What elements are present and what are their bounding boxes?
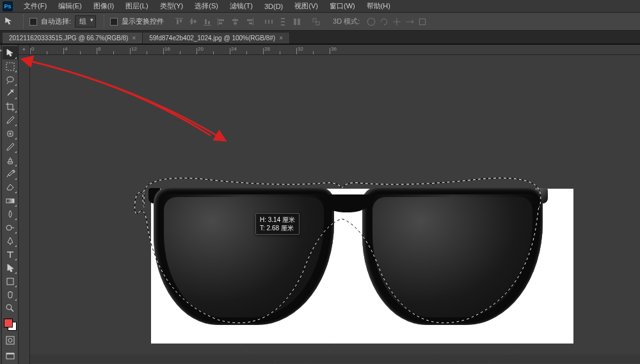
history-brush-tool[interactable] [3,167,18,180]
dodge-tool[interactable] [3,221,18,234]
pen-tool[interactable] [3,234,18,248]
svg-point-35 [6,305,12,310]
svg-rect-23 [281,24,285,26]
foreground-color-swatch[interactable] [4,319,13,328]
ps-logo-icon: Ps [3,1,13,12]
eyedropper-tool[interactable] [3,113,18,127]
svg-rect-36 [6,336,14,344]
tooltip-line: T: 2.68 厘米 [260,224,295,232]
menu-window[interactable]: 窗口(W) [324,1,361,11]
ruler-horizontal[interactable]: 04812162024283236 [30,45,640,55]
menu-image[interactable]: 图像(I) [88,1,120,11]
document-tab-bar: 201211620333515.JPG @ 66.7%(RGB/8) × 59f… [0,31,640,45]
svg-rect-13 [232,19,238,21]
healing-brush-tool[interactable] [3,127,18,140]
svg-rect-20 [271,20,273,24]
shape-tool[interactable] [3,274,18,288]
distribute-spacing-icon[interactable] [291,15,303,28]
lasso-tool[interactable] [3,73,18,86]
menu-3d[interactable]: 3D(D) [259,3,289,10]
svg-point-28 [368,18,375,25]
app-menubar: Ps 文件(F) 编辑(E) 图像(I) 图层(L) 类型(Y) 选择(S) 滤… [0,0,640,13]
distribute-h-icon[interactable] [262,15,275,28]
tab-label: 201211620333515.JPG @ 66.7%(RGB/8) [9,35,128,42]
d3-scale-icon[interactable] [417,17,428,27]
tab-label: 59fd874e2b402_1024.jpg @ 100%(RGB/8#) [149,35,275,42]
svg-point-33 [6,225,12,230]
horizontal-scrollbar[interactable] [30,354,640,363]
svg-rect-17 [249,22,252,24]
svg-rect-21 [281,18,285,19]
auto-select-dropdown[interactable]: 组 [75,15,96,28]
align-button-group [173,15,323,28]
svg-rect-39 [6,353,14,354]
separator-icon [102,15,104,29]
d3-pan-icon[interactable] [392,17,402,27]
svg-rect-32 [6,199,14,203]
menu-edit[interactable]: 编辑(E) [52,1,88,11]
close-icon[interactable]: × [132,35,136,42]
svg-rect-24 [294,19,296,25]
menu-file[interactable]: 文件(F) [18,1,52,11]
svg-rect-27 [316,22,319,25]
align-right-icon[interactable] [243,15,256,28]
align-vcenter-icon[interactable] [187,15,200,28]
canvas-area[interactable]: ✦ 04812162024283236 [19,45,640,364]
measurement-tooltip: H: 3.14 厘米 T: 2.68 厘米 [255,213,300,235]
hand-tool[interactable] [3,288,18,301]
close-icon[interactable]: × [279,35,283,42]
sunglasses-image [150,184,547,328]
distribute-v-icon[interactable] [276,15,289,28]
d3-orbit-icon[interactable] [366,17,376,27]
d3-roll-icon[interactable] [379,17,389,27]
auto-select-checkbox[interactable] [29,18,37,26]
blur-tool[interactable] [3,207,18,221]
expand-arrow-icon[interactable]: ▸▸ [0,47,1,53]
crop-tool[interactable] [3,100,18,113]
menu-type[interactable]: 类型(Y) [154,1,189,11]
d3-slide-icon[interactable] [404,17,415,27]
svg-rect-19 [268,20,269,24]
align-hcenter-icon[interactable] [229,15,242,28]
zoom-tool[interactable] [3,301,18,315]
svg-rect-26 [313,19,316,22]
align-top-icon[interactable] [173,15,186,28]
quick-mask-button[interactable] [3,333,18,347]
path-selection-tool[interactable] [3,261,18,274]
menu-help[interactable]: 帮助(H) [361,1,396,11]
menu-select[interactable]: 选择(S) [189,1,224,11]
marquee-tool[interactable] [3,59,18,73]
type-tool[interactable] [3,248,18,261]
gradient-tool[interactable] [3,194,18,207]
align-bottom-icon[interactable] [201,15,214,28]
screen-mode-button[interactable] [3,349,18,363]
menu-layer[interactable]: 图层(L) [120,1,154,11]
svg-rect-12 [235,18,236,26]
auto-align-icon[interactable] [310,15,323,28]
svg-rect-2 [180,19,182,22]
svg-rect-16 [247,19,252,21]
main-area: ▸▸ ✦ 04812162024283236 [0,45,640,364]
brush-tool[interactable] [3,140,18,154]
clone-stamp-tool[interactable] [3,154,18,167]
document-tab[interactable]: 59fd874e2b402_1024.jpg @ 100%(RGB/8#) × [143,33,290,44]
move-tool[interactable] [3,46,18,59]
document-tab[interactable]: 201211620333515.JPG @ 66.7%(RGB/8) × [3,33,143,44]
color-swatch[interactable] [4,319,17,331]
eraser-tool[interactable] [3,180,18,194]
ruler-vertical[interactable] [19,55,30,364]
svg-rect-3 [189,21,197,22]
auto-select-label: 自动选择: [41,17,71,26]
ruler-origin-icon[interactable]: ✦ [19,45,30,55]
menu-view[interactable]: 视图(V) [289,1,324,11]
svg-rect-0 [175,18,183,19]
menu-filter[interactable]: 滤镜(T) [224,1,259,11]
svg-rect-15 [253,18,253,26]
d3-mode-icons [366,17,428,27]
show-transform-checkbox[interactable] [110,18,118,26]
svg-rect-11 [219,22,222,24]
align-left-icon[interactable] [215,15,228,28]
svg-rect-29 [420,19,426,24]
magic-wand-tool[interactable] [3,86,18,100]
svg-rect-30 [6,63,14,70]
